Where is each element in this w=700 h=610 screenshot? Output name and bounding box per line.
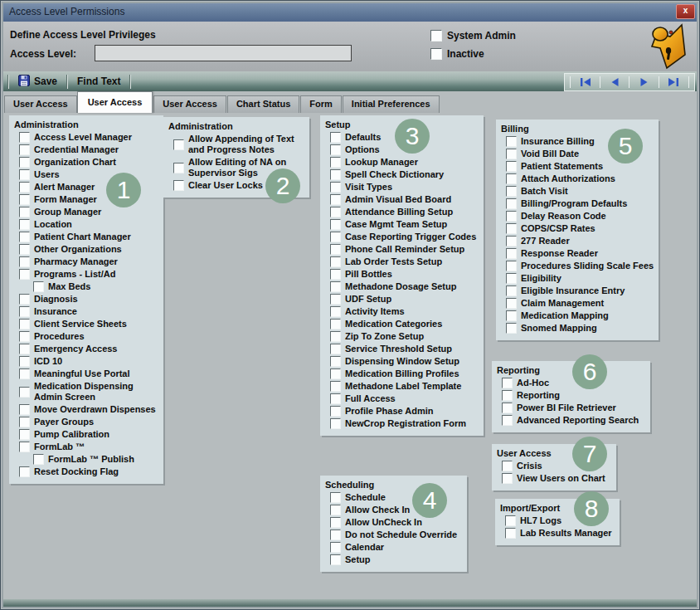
permission-item[interactable]: Other Organizations [19,244,159,255]
checkbox[interactable] [502,403,513,413]
find-text-button[interactable]: Find Text [72,74,125,89]
checkbox[interactable] [330,319,341,329]
checkbox[interactable] [330,505,341,515]
checkbox[interactable] [19,306,30,317]
checkbox[interactable] [330,331,341,342]
checkbox[interactable] [19,244,30,255]
tab-chart-status[interactable]: Chart Status [227,95,299,113]
checkbox[interactable] [502,378,513,388]
permission-item[interactable]: Profile Phase Admin [330,406,479,417]
checkbox[interactable] [19,387,30,398]
tab-initial-preferences[interactable]: Initial Preferences [343,95,440,113]
checkbox[interactable] [19,368,30,379]
permission-item[interactable]: Service Threshold Setup [330,344,479,354]
permission-item[interactable]: Phone Call Reminder Setup [330,244,479,255]
permission-item[interactable]: Setup [330,554,463,565]
permission-item[interactable]: Move Overdrawn Dispenses [19,404,159,415]
checkbox[interactable] [330,418,341,429]
checkbox[interactable] [330,132,341,143]
permission-item[interactable]: Billing/Program Defaults [506,198,654,209]
checkbox[interactable] [506,173,517,184]
checkbox[interactable] [19,466,30,477]
checkbox[interactable] [330,356,341,367]
inactive-checkbox[interactable] [430,48,442,60]
permission-item[interactable]: Diagnosis [19,294,159,305]
checkbox[interactable] [330,542,341,553]
permission-item[interactable]: Group Manager [19,207,159,217]
checkbox[interactable] [506,236,517,246]
permission-item[interactable]: Emergency Access [19,344,159,354]
permission-item[interactable]: Pharmacy Manager [19,256,159,267]
permission-item[interactable]: Patient Chart Manager [19,232,159,242]
checkbox[interactable] [330,381,341,392]
tab-user-access-2-active[interactable]: User Access [77,91,153,113]
permission-item[interactable]: Claim Management [506,298,654,309]
checkbox[interactable] [506,285,517,296]
permission-item[interactable]: Response Reader [506,248,654,259]
checkbox[interactable] [506,261,517,271]
permission-item[interactable]: Eligibility [506,273,654,284]
permission-item[interactable]: Credential Manager [19,144,159,155]
checkbox[interactable] [330,232,341,242]
permission-item[interactable]: Lookup Manager [330,157,479,168]
system-admin-checkbox[interactable] [430,30,442,41]
permission-item[interactable]: Reset Docking Flag [19,466,159,477]
checkbox[interactable] [19,256,30,267]
permission-item[interactable]: Access Level Manager [19,132,159,143]
checkbox[interactable] [19,356,30,367]
checkbox[interactable] [506,198,517,209]
checkbox[interactable] [19,169,30,180]
checkbox[interactable] [19,182,30,193]
permission-item[interactable]: Max Beds [33,281,159,292]
permission-item[interactable]: Pill Bottles [330,269,479,280]
checkbox[interactable] [33,454,44,465]
checkbox[interactable] [505,528,516,539]
checkbox[interactable] [330,269,341,280]
checkbox[interactable] [502,473,513,484]
checkbox[interactable] [506,248,517,259]
permission-item[interactable]: Full Access [330,393,479,404]
permission-item[interactable]: Allow UnCheck In [330,517,463,528]
checkbox[interactable] [33,281,44,292]
checkbox[interactable] [330,344,341,354]
checkbox[interactable] [19,269,30,280]
checkbox[interactable] [506,310,517,321]
checkbox[interactable] [19,194,30,205]
permission-item[interactable]: Delay Reason Code [506,211,654,222]
checkbox[interactable] [506,136,517,147]
checkbox[interactable] [19,429,30,440]
permission-item[interactable]: Client Service Sheets [19,319,159,329]
permission-item[interactable]: Batch Visit [506,186,654,197]
permission-item[interactable]: Activity Items [330,306,479,317]
permission-item[interactable]: Do not Schedule Override [330,529,463,540]
checkbox[interactable] [506,186,517,197]
permission-item[interactable]: Case Mgmt Team Setup [330,219,479,230]
permission-item[interactable]: View Users on Chart [502,473,612,484]
permission-item[interactable]: Pump Calibration [19,429,159,440]
previous-record-button[interactable] [605,75,624,90]
permission-item[interactable]: Patient Statements [506,161,654,172]
permission-item[interactable]: Advanced Reporting Search [502,415,646,426]
checkbox[interactable] [330,144,341,155]
tab-user-access-1[interactable]: User Access [4,95,77,113]
checkbox[interactable] [330,256,341,267]
checkbox[interactable] [330,219,341,230]
checkbox[interactable] [19,232,30,242]
checkbox[interactable] [330,529,341,540]
permission-item[interactable]: Eligible Insurance Entry [506,285,654,296]
permission-item[interactable]: Methadone Label Template [330,381,479,392]
checkbox[interactable] [330,294,341,305]
permission-item[interactable]: Allow Appending of Text and Progress Not… [173,134,305,155]
permission-item[interactable]: Location [19,219,159,230]
checkbox[interactable] [330,169,341,180]
checkbox[interactable] [19,207,30,217]
checkbox[interactable] [19,344,30,354]
checkbox[interactable] [506,298,517,309]
permission-item[interactable]: Insurance [19,306,159,317]
inactive-checkbox-row[interactable]: Inactive [430,48,484,60]
checkbox[interactable] [19,144,30,155]
permission-item[interactable]: Organization Chart [19,157,159,168]
permission-item[interactable]: 277 Reader [506,236,654,246]
checkbox[interactable] [330,492,341,503]
tab-form[interactable]: Form [300,95,342,113]
